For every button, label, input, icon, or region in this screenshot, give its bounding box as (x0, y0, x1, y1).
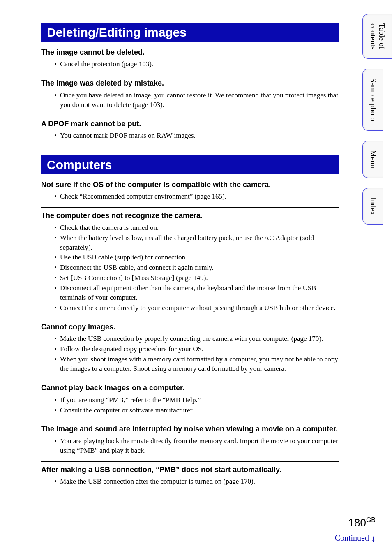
list-item: Follow the designated copy procedure for… (54, 345, 339, 354)
problem-block: The image was deleted by mistake. Once y… (41, 79, 339, 109)
problem-heading: A DPOF mark cannot be put. (41, 119, 339, 129)
list-item: Disconnect all equipment other than the … (54, 284, 339, 303)
problem-block: After making a USB connection, “PMB” doe… (41, 465, 339, 486)
divider (41, 207, 339, 208)
bullet-list: Check “Recommended computer environment”… (41, 192, 339, 201)
list-item: Check “Recommended computer environment”… (54, 192, 339, 201)
problem-heading: Cannot copy images. (41, 322, 339, 332)
list-item: Make the USB connection by properly conn… (54, 334, 339, 344)
list-item: Consult the computer or software manufac… (54, 406, 339, 415)
problem-heading: Not sure if the OS of the computer is co… (41, 180, 339, 190)
bullet-list: Check that the camera is turned on. When… (41, 223, 339, 313)
bullet-list: Once you have deleted an image, you cann… (41, 91, 339, 110)
page-number-suffix: GB (366, 516, 376, 523)
problem-heading: Cannot play back images on a computer. (41, 383, 339, 393)
divider (41, 75, 339, 75)
problem-block: Not sure if the OS of the computer is co… (41, 180, 339, 201)
list-item: Cancel the protection (page 103). (54, 60, 339, 69)
problem-block: The image and sound are interrupted by n… (41, 424, 339, 455)
bullet-list: Cancel the protection (page 103). (41, 60, 339, 69)
section-header-computers: Computers (41, 155, 339, 174)
divider (41, 116, 339, 116)
arrow-down-icon: ↓ (371, 533, 376, 544)
bullet-list: Make the USB connection after the comput… (41, 477, 339, 486)
side-tabs: Table of contents Sample photo Menu Inde… (362, 14, 387, 234)
list-item: When you shoot images with a memory card… (54, 355, 339, 374)
problem-block: Cannot play back images on a computer. I… (41, 383, 339, 415)
tab-sample-photo[interactable]: Sample photo (362, 69, 383, 131)
continued-label: Continued (335, 533, 369, 542)
divider (41, 421, 339, 421)
tab-table-of-contents[interactable]: Table of contents (362, 14, 392, 59)
page-number-value: 180 (348, 516, 366, 529)
list-item: Connect the camera directly to your comp… (54, 303, 339, 313)
list-item: If you are using “PMB,” refer to the “PM… (54, 396, 339, 405)
list-item: You are playing back the movie directly … (54, 437, 339, 456)
problem-block: The computer does not recognize the came… (41, 211, 339, 313)
problem-block: Cannot copy images. Make the USB connect… (41, 322, 339, 374)
bullet-list: You are playing back the movie directly … (41, 437, 339, 456)
bullet-list: Make the USB connection by properly conn… (41, 334, 339, 374)
list-item: Disconnect the USB cable, and connect it… (54, 263, 339, 273)
problem-block: A DPOF mark cannot be put. You cannot ma… (41, 119, 339, 141)
tab-menu[interactable]: Menu (362, 141, 383, 178)
continued-indicator[interactable]: Continued ↓ (335, 533, 376, 544)
list-item: Use the USB cable (supplied) for connect… (54, 253, 339, 262)
problem-block: The image cannot be deleted. Cancel the … (41, 48, 339, 69)
problem-heading: The computer does not recognize the came… (41, 211, 339, 220)
page-number: 180GB (348, 516, 376, 529)
list-item: Set [USB Connection] to [Mass Storage] (… (54, 273, 339, 283)
list-item: You cannot mark DPOF marks on RAW images… (54, 131, 339, 141)
divider (41, 380, 339, 380)
bullet-list: You cannot mark DPOF marks on RAW images… (41, 131, 339, 141)
page-content: Deleting/Editing images The image cannot… (0, 0, 392, 486)
problem-heading: The image cannot be deleted. (41, 48, 339, 57)
list-item: Once you have deleted an image, you cann… (54, 91, 339, 110)
section-header-deleting: Deleting/Editing images (41, 23, 339, 42)
divider (41, 319, 339, 319)
bullet-list: If you are using “PMB,” refer to the “PM… (41, 396, 339, 415)
problem-heading: The image and sound are interrupted by n… (41, 424, 339, 434)
divider (41, 461, 339, 462)
tab-index[interactable]: Index (362, 188, 383, 225)
problem-heading: After making a USB connection, “PMB” doe… (41, 465, 339, 475)
list-item: Make the USB connection after the comput… (54, 477, 339, 486)
list-item: When the battery level is low, install t… (54, 234, 339, 252)
list-item: Check that the camera is turned on. (54, 223, 339, 233)
problem-heading: The image was deleted by mistake. (41, 79, 339, 88)
